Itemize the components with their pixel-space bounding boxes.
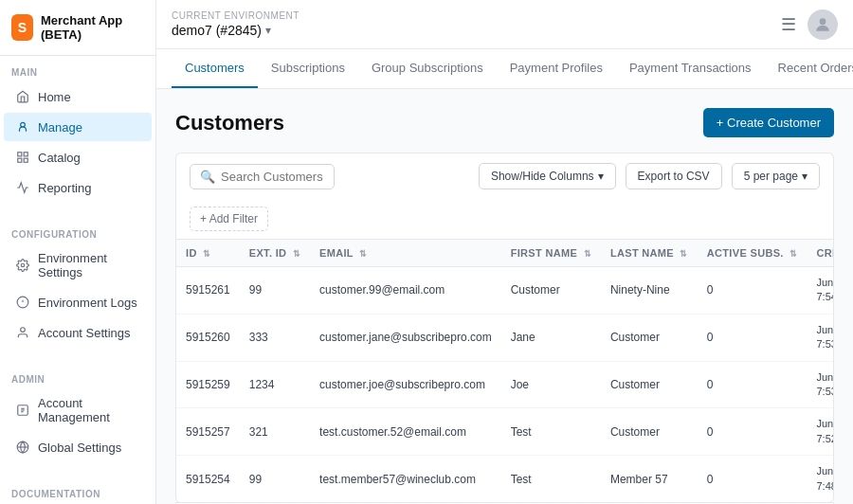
env-chevron-icon: ▾	[265, 24, 271, 37]
table-row: 5915257 321 test.customer.52@email.com T…	[176, 408, 834, 456]
tab-customers[interactable]: Customers	[172, 49, 258, 88]
account-mgmt-icon	[15, 403, 30, 418]
catalog-icon	[15, 150, 30, 165]
sidebar-item-account-settings-label: Account Settings	[38, 326, 131, 340]
env-selector[interactable]: demo7 (#2845) ▾	[172, 23, 299, 38]
cell-created: Jun 14, 20237:53:41 AM	[807, 314, 834, 361]
cell-active-subs: 0	[698, 456, 808, 502]
col-id[interactable]: ID ⇅	[176, 240, 240, 267]
sidebar-item-catalog[interactable]: Catalog	[4, 143, 152, 171]
page-title: Customers	[175, 111, 284, 135]
cell-email: test.member57@wineclub.com	[310, 456, 501, 502]
tab-recent-orders[interactable]: Recent Orders	[765, 49, 853, 88]
add-filter-button[interactable]: + Add Filter	[190, 207, 268, 231]
svg-point-16	[820, 18, 826, 25]
app-logo-icon: S	[11, 14, 33, 41]
topbar: Current Environment demo7 (#2845) ▾ ☰	[156, 0, 853, 49]
hamburger-menu-icon[interactable]: ☰	[781, 14, 796, 35]
cell-created: Jun 14, 20237:54:09 AM	[807, 267, 834, 315]
cell-last-name: Ninety-Nine	[601, 267, 698, 315]
home-icon	[15, 89, 30, 104]
col-created[interactable]: Created ⇅	[807, 240, 834, 267]
cell-ext-id: 321	[240, 408, 310, 456]
create-customer-button[interactable]: + Create Customer	[703, 108, 834, 137]
table-controls: 🔍 Show/Hide Columns ▾ Export to CSV 5 pe…	[175, 153, 834, 199]
cell-id: 5915257	[176, 408, 240, 456]
svg-point-0	[21, 122, 26, 127]
sidebar-item-account-settings[interactable]: Account Settings	[4, 318, 152, 347]
svg-rect-1	[18, 153, 22, 156]
sidebar-item-catalog-label: Catalog	[38, 151, 81, 165]
cell-created: Jun 14, 20237:48:37 AM	[807, 456, 834, 502]
cell-active-subs: 0	[698, 314, 808, 361]
tab-payment-transactions[interactable]: Payment Transactions	[616, 49, 765, 88]
cell-first-name: Customer	[501, 267, 601, 315]
show-hide-columns-button[interactable]: Show/Hide Columns ▾	[479, 163, 616, 189]
per-page-button[interactable]: 5 per page ▾	[732, 163, 820, 189]
tab-subscriptions[interactable]: Subscriptions	[258, 49, 358, 88]
cell-ext-id: 1234	[240, 361, 310, 408]
sidebar-item-global-settings-label: Global Settings	[38, 441, 121, 455]
table-row: 5915259 1234 customer.joe@subscribepro.c…	[176, 361, 834, 408]
cell-created: Jun 14, 20237:53:21 AM	[807, 361, 834, 408]
col-active-subs[interactable]: Active Subs. ⇅	[698, 240, 808, 267]
search-input[interactable]	[221, 170, 324, 184]
svg-rect-3	[24, 158, 27, 162]
export-csv-button[interactable]: Export to CSV	[626, 163, 722, 189]
cell-email: customer.99@email.com	[310, 267, 501, 315]
table-row: 5915261 99 customer.99@email.com Custome…	[176, 267, 834, 315]
sidebar-item-env-settings-label: Environment Settings	[38, 251, 140, 279]
cell-last-name: Member 57	[601, 456, 698, 502]
cell-last-name: Customer	[601, 408, 698, 456]
user-avatar[interactable]	[808, 9, 838, 40]
cell-first-name: Test	[501, 408, 601, 456]
svg-point-5	[21, 263, 25, 267]
sidebar: S Merchant App (BETA) Main Home Manage C…	[0, 0, 156, 504]
cell-id: 5915259	[176, 361, 240, 408]
table-header-row: ID ⇅ Ext. ID ⇅ Email ⇅ First Name ⇅ Last…	[176, 240, 834, 267]
sidebar-item-env-settings[interactable]: Environment Settings	[4, 244, 152, 286]
cell-ext-id: 333	[240, 314, 310, 361]
env-name: demo7 (#2845)	[172, 23, 262, 38]
cell-id: 5915261	[176, 267, 240, 315]
cell-active-subs: 0	[698, 361, 808, 408]
sidebar-item-reporting[interactable]: Reporting	[4, 173, 152, 202]
tab-payment-profiles[interactable]: Payment Profiles	[497, 49, 616, 88]
tab-group-subscriptions[interactable]: Group Subscriptions	[358, 49, 497, 88]
sidebar-item-env-logs[interactable]: Environment Logs	[4, 288, 152, 316]
admin-section-label: Admin	[0, 363, 155, 388]
sidebar-item-home[interactable]: Home	[4, 82, 152, 111]
sidebar-item-reporting-label: Reporting	[38, 181, 91, 195]
cell-ext-id: 99	[240, 456, 310, 502]
env-settings-icon	[15, 258, 30, 273]
main-section-label: Main	[0, 56, 155, 81]
sidebar-item-global-settings[interactable]: Global Settings	[4, 433, 152, 461]
filter-bar: + Add Filter	[175, 199, 834, 239]
main-content: Current Environment demo7 (#2845) ▾ ☰ Cu…	[156, 0, 853, 504]
sidebar-item-manage[interactable]: Manage	[4, 113, 152, 141]
cell-id: 5915254	[176, 456, 240, 502]
sidebar-item-manage-label: Manage	[38, 120, 82, 135]
col-email[interactable]: Email ⇅	[310, 240, 501, 267]
search-icon: 🔍	[200, 170, 215, 184]
cell-active-subs: 0	[698, 408, 808, 456]
sort-id-icon: ⇅	[203, 249, 210, 259]
sidebar-item-account-mgmt[interactable]: Account Management	[4, 389, 152, 431]
sidebar-item-home-label: Home	[38, 90, 71, 104]
app-name: Merchant App (BETA)	[41, 13, 144, 42]
svg-rect-4	[18, 158, 22, 162]
page-content: Customers + Create Customer 🔍 Show/Hide …	[156, 89, 853, 504]
cell-last-name: Customer	[601, 361, 698, 408]
customers-table: ID ⇅ Ext. ID ⇅ Email ⇅ First Name ⇅ Last…	[175, 239, 834, 503]
cell-first-name: Joe	[501, 361, 601, 408]
col-first-name[interactable]: First Name ⇅	[501, 240, 601, 267]
svg-point-9	[21, 328, 26, 333]
sort-subs-icon: ⇅	[789, 249, 797, 259]
cell-id: 5915260	[176, 314, 240, 361]
env-logs-icon	[15, 295, 30, 310]
cell-last-name: Customer	[601, 314, 698, 361]
col-last-name[interactable]: Last Name ⇅	[601, 240, 698, 267]
col-ext-id[interactable]: Ext. ID ⇅	[240, 240, 310, 267]
page-header: Customers + Create Customer	[175, 108, 834, 137]
search-box[interactable]: 🔍	[190, 164, 335, 189]
